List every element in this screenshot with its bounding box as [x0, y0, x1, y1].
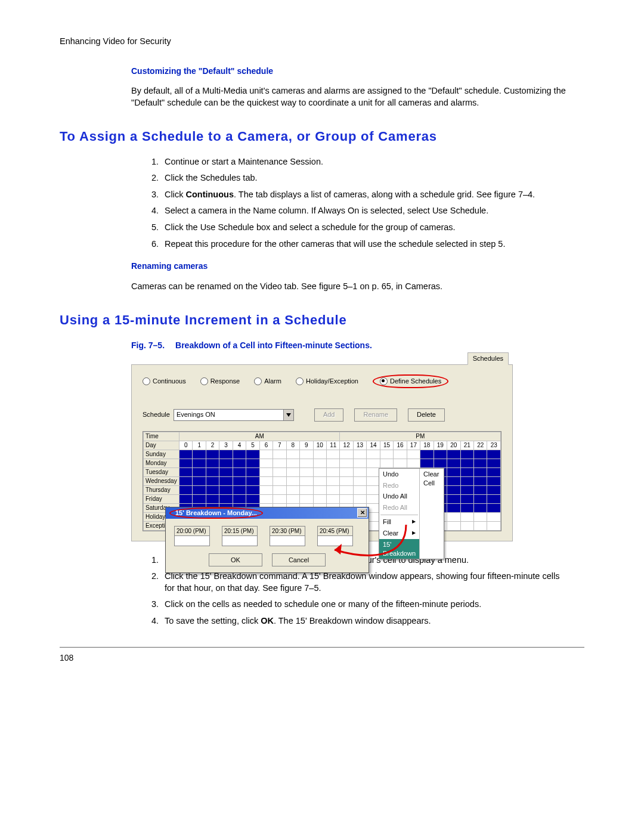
schedule-cell[interactable]: [246, 450, 259, 459]
schedule-cell[interactable]: [193, 467, 206, 476]
schedule-cell[interactable]: [233, 450, 246, 459]
schedule-cell[interactable]: [326, 494, 339, 503]
schedule-cell[interactable]: [340, 467, 353, 476]
radio-response[interactable]: Response: [200, 377, 240, 386]
schedule-cell[interactable]: [473, 494, 487, 503]
delete-button[interactable]: Delete: [408, 408, 445, 422]
schedule-cell[interactable]: [273, 494, 286, 503]
schedule-cell[interactable]: [273, 450, 286, 459]
cancel-button[interactable]: Cancel: [272, 553, 326, 566]
schedule-cell[interactable]: [273, 467, 286, 476]
close-icon[interactable]: ✕: [357, 508, 367, 518]
schedule-cell[interactable]: [473, 459, 487, 467]
schedule-cell[interactable]: [273, 459, 286, 467]
schedule-cell[interactable]: [286, 450, 299, 459]
schedule-cell[interactable]: [179, 459, 193, 467]
menu-fill[interactable]: Fill▶: [379, 516, 419, 528]
schedule-cell[interactable]: [460, 485, 473, 494]
add-button[interactable]: Add: [314, 408, 344, 422]
menu-clear-cell[interactable]: Clear Cell: [420, 469, 444, 489]
schedule-cell[interactable]: [487, 512, 501, 521]
schedule-cell[interactable]: [219, 476, 233, 485]
schedule-cell[interactable]: [206, 476, 219, 485]
schedule-cell[interactable]: [206, 485, 219, 494]
menu-clear[interactable]: Clear▶: [379, 528, 419, 539]
schedule-cell[interactable]: [473, 476, 487, 485]
rename-button[interactable]: Rename: [354, 408, 397, 422]
schedule-cell[interactable]: [179, 485, 193, 494]
schedule-cell[interactable]: [300, 450, 313, 459]
schedule-cell[interactable]: [367, 459, 380, 467]
schedule-cell[interactable]: [447, 485, 460, 494]
schedule-cell[interactable]: [447, 521, 460, 530]
schedule-cell[interactable]: [460, 494, 473, 503]
radio-continuous[interactable]: Continuous: [143, 377, 186, 386]
schedule-cell[interactable]: [460, 512, 473, 521]
schedule-cell[interactable]: [460, 521, 473, 530]
schedule-cell[interactable]: [313, 450, 326, 459]
schedule-cell[interactable]: [246, 494, 259, 503]
schedule-cell[interactable]: [246, 476, 259, 485]
schedule-cell[interactable]: [313, 467, 326, 476]
schedule-cell[interactable]: [246, 467, 259, 476]
schedule-cell[interactable]: [313, 476, 326, 485]
schedule-cell[interactable]: [447, 512, 460, 521]
quarter-cell-1[interactable]: 20:15 (PM): [222, 526, 258, 547]
schedule-cell[interactable]: [487, 450, 501, 459]
radio-define-schedules[interactable]: Define Schedules: [380, 377, 441, 386]
schedule-cell[interactable]: [434, 459, 447, 467]
schedule-cell[interactable]: [326, 450, 339, 459]
schedule-cell[interactable]: [286, 476, 299, 485]
menu-15-breakdown[interactable]: 15' Breakdown: [379, 539, 419, 559]
schedule-cell[interactable]: [300, 494, 313, 503]
schedule-cell[interactable]: [300, 485, 313, 494]
schedule-cell[interactable]: [326, 459, 339, 467]
schedule-cell[interactable]: [193, 476, 206, 485]
schedule-cell[interactable]: [300, 467, 313, 476]
schedule-cell[interactable]: [233, 494, 246, 503]
schedule-cell[interactable]: [206, 494, 219, 503]
schedule-cell[interactable]: [353, 450, 366, 459]
schedule-cell[interactable]: [259, 485, 273, 494]
schedule-cell[interactable]: [340, 476, 353, 485]
schedule-cell[interactable]: [487, 503, 501, 512]
schedule-cell[interactable]: [473, 503, 487, 512]
schedule-cell[interactable]: [179, 494, 193, 503]
schedule-cell[interactable]: [473, 521, 487, 530]
schedule-cell[interactable]: [353, 467, 366, 476]
schedule-cell[interactable]: [460, 503, 473, 512]
schedule-cell[interactable]: [193, 450, 206, 459]
schedule-cell[interactable]: [259, 467, 273, 476]
schedule-cell[interactable]: [326, 485, 339, 494]
quarter-cell-2[interactable]: 20:30 (PM): [270, 526, 305, 547]
schedule-cell[interactable]: [233, 476, 246, 485]
schedule-cell[interactable]: [367, 467, 380, 476]
schedule-cell[interactable]: [473, 467, 487, 476]
schedule-cell[interactable]: [326, 467, 339, 476]
schedule-cell[interactable]: [286, 467, 299, 476]
schedule-cell[interactable]: [353, 459, 366, 467]
schedule-cell[interactable]: [259, 459, 273, 467]
schedule-cell[interactable]: [340, 450, 353, 459]
schedule-cell[interactable]: [313, 494, 326, 503]
radio-alarm[interactable]: Alarm: [254, 377, 281, 386]
schedule-cell[interactable]: [313, 485, 326, 494]
schedule-cell[interactable]: [420, 459, 434, 467]
schedule-cell[interactable]: [367, 485, 380, 494]
schedule-cell[interactable]: [193, 494, 206, 503]
schedule-cell[interactable]: [447, 459, 460, 467]
schedule-cell[interactable]: [179, 467, 193, 476]
schedule-cell[interactable]: [367, 494, 380, 503]
ok-button[interactable]: OK: [209, 553, 262, 566]
schedule-cell[interactable]: [447, 450, 460, 459]
schedule-cell[interactable]: [219, 467, 233, 476]
schedule-cell[interactable]: [473, 512, 487, 521]
schedule-cell[interactable]: [460, 459, 473, 467]
schedule-cell[interactable]: [233, 485, 246, 494]
schedule-cell[interactable]: [340, 459, 353, 467]
schedule-cell[interactable]: [460, 476, 473, 485]
schedule-cell[interactable]: [380, 450, 393, 459]
quarter-cell-3[interactable]: 20:45 (PM): [317, 526, 353, 547]
schedule-cell[interactable]: [394, 459, 407, 467]
schedule-cell[interactable]: [233, 459, 246, 467]
